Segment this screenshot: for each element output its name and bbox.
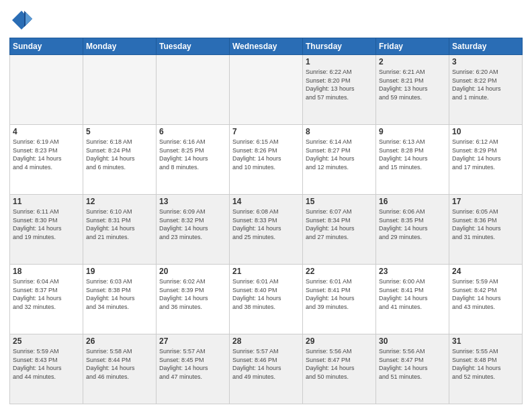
day-number: 27 (159, 336, 226, 346)
day-info: Sunrise: 6:10 AM Sunset: 8:31 PM Dayligh… (86, 208, 153, 241)
empty-cell (230, 55, 303, 125)
col-header-tuesday: Tuesday (157, 38, 230, 55)
svg-marker-2 (26, 12, 32, 26)
day-info: Sunrise: 6:09 AM Sunset: 8:32 PM Dayligh… (159, 208, 226, 241)
day-cell-25: 25Sunrise: 5:59 AM Sunset: 8:43 PM Dayli… (10, 334, 83, 404)
day-number: 14 (232, 197, 300, 206)
day-cell-20: 20Sunrise: 6:02 AM Sunset: 8:39 PM Dayli… (157, 265, 230, 334)
day-cell-1: 1Sunrise: 6:22 AM Sunset: 8:20 PM Daylig… (303, 55, 376, 125)
day-number: 13 (159, 197, 226, 206)
day-number: 17 (452, 197, 519, 206)
day-number: 30 (379, 336, 446, 346)
day-info: Sunrise: 6:01 AM Sunset: 8:41 PM Dayligh… (306, 277, 373, 311)
day-cell-6: 6Sunrise: 6:16 AM Sunset: 8:25 PM Daylig… (157, 125, 230, 195)
page: SundayMondayTuesdayWednesdayThursdayFrid… (0, 0, 532, 411)
day-cell-10: 10Sunrise: 6:12 AM Sunset: 8:29 PM Dayli… (449, 125, 523, 195)
day-info: Sunrise: 6:22 AM Sunset: 8:20 PM Dayligh… (306, 68, 373, 101)
week-row-1: 4Sunrise: 6:19 AM Sunset: 8:23 PM Daylig… (10, 125, 523, 195)
day-info: Sunrise: 6:03 AM Sunset: 8:38 PM Dayligh… (86, 277, 153, 311)
day-number: 26 (86, 336, 153, 346)
day-cell-4: 4Sunrise: 6:19 AM Sunset: 8:23 PM Daylig… (10, 125, 83, 195)
day-info: Sunrise: 5:55 AM Sunset: 8:48 PM Dayligh… (452, 347, 519, 381)
day-info: Sunrise: 6:06 AM Sunset: 8:35 PM Dayligh… (379, 208, 446, 241)
day-number: 9 (379, 127, 446, 136)
day-cell-14: 14Sunrise: 6:08 AM Sunset: 8:33 PM Dayli… (230, 195, 303, 265)
day-number: 1 (306, 57, 373, 66)
day-number: 3 (452, 57, 519, 66)
day-info: Sunrise: 6:14 AM Sunset: 8:27 PM Dayligh… (306, 138, 373, 171)
day-cell-23: 23Sunrise: 6:00 AM Sunset: 8:41 PM Dayli… (376, 265, 449, 334)
day-number: 22 (306, 267, 373, 276)
day-info: Sunrise: 6:13 AM Sunset: 8:28 PM Dayligh… (379, 138, 446, 171)
day-cell-11: 11Sunrise: 6:11 AM Sunset: 8:30 PM Dayli… (10, 195, 83, 265)
header (9, 8, 523, 32)
day-number: 21 (232, 267, 300, 276)
day-info: Sunrise: 6:19 AM Sunset: 8:23 PM Dayligh… (13, 138, 80, 171)
day-info: Sunrise: 6:11 AM Sunset: 8:30 PM Dayligh… (13, 208, 80, 241)
day-number: 6 (159, 127, 226, 136)
day-info: Sunrise: 6:21 AM Sunset: 8:21 PM Dayligh… (379, 68, 446, 101)
day-info: Sunrise: 6:02 AM Sunset: 8:39 PM Dayligh… (159, 277, 226, 311)
day-info: Sunrise: 5:56 AM Sunset: 8:47 PM Dayligh… (379, 347, 446, 381)
day-info: Sunrise: 6:20 AM Sunset: 8:22 PM Dayligh… (452, 68, 519, 101)
day-number: 15 (306, 197, 373, 206)
day-info: Sunrise: 6:07 AM Sunset: 8:34 PM Dayligh… (306, 208, 373, 241)
empty-cell (10, 55, 83, 125)
day-info: Sunrise: 5:57 AM Sunset: 8:45 PM Dayligh… (159, 347, 226, 381)
day-cell-9: 9Sunrise: 6:13 AM Sunset: 8:28 PM Daylig… (376, 125, 449, 195)
header-row: SundayMondayTuesdayWednesdayThursdayFrid… (10, 38, 523, 55)
col-header-sunday: Sunday (10, 38, 83, 55)
day-cell-31: 31Sunrise: 5:55 AM Sunset: 8:48 PM Dayli… (449, 334, 523, 404)
day-number: 5 (86, 127, 153, 136)
week-row-4: 25Sunrise: 5:59 AM Sunset: 8:43 PM Dayli… (10, 334, 523, 404)
day-number: 11 (13, 197, 80, 206)
day-cell-8: 8Sunrise: 6:14 AM Sunset: 8:27 PM Daylig… (303, 125, 376, 195)
col-header-saturday: Saturday (449, 38, 523, 55)
calendar-table: SundayMondayTuesdayWednesdayThursdayFrid… (9, 38, 523, 404)
day-number: 2 (379, 57, 446, 66)
week-row-0: 1Sunrise: 6:22 AM Sunset: 8:20 PM Daylig… (10, 55, 523, 125)
day-number: 20 (159, 267, 226, 276)
day-number: 31 (452, 336, 519, 346)
day-number: 19 (86, 267, 153, 276)
day-cell-3: 3Sunrise: 6:20 AM Sunset: 8:22 PM Daylig… (449, 55, 523, 125)
day-number: 10 (452, 127, 519, 136)
day-info: Sunrise: 6:16 AM Sunset: 8:25 PM Dayligh… (159, 138, 226, 171)
day-number: 23 (379, 267, 446, 276)
week-row-2: 11Sunrise: 6:11 AM Sunset: 8:30 PM Dayli… (10, 195, 523, 265)
day-info: Sunrise: 5:57 AM Sunset: 8:46 PM Dayligh… (232, 347, 300, 381)
day-info: Sunrise: 6:05 AM Sunset: 8:36 PM Dayligh… (452, 208, 519, 241)
day-cell-7: 7Sunrise: 6:15 AM Sunset: 8:26 PM Daylig… (230, 125, 303, 195)
day-cell-27: 27Sunrise: 5:57 AM Sunset: 8:45 PM Dayli… (157, 334, 230, 404)
day-info: Sunrise: 6:01 AM Sunset: 8:40 PM Dayligh… (232, 277, 300, 311)
day-info: Sunrise: 5:56 AM Sunset: 8:47 PM Dayligh… (306, 347, 373, 381)
day-cell-13: 13Sunrise: 6:09 AM Sunset: 8:32 PM Dayli… (157, 195, 230, 265)
empty-cell (157, 55, 230, 125)
logo-icon (9, 8, 34, 32)
col-header-thursday: Thursday (303, 38, 376, 55)
day-cell-19: 19Sunrise: 6:03 AM Sunset: 8:38 PM Dayli… (83, 265, 157, 334)
day-cell-29: 29Sunrise: 5:56 AM Sunset: 8:47 PM Dayli… (303, 334, 376, 404)
col-header-friday: Friday (376, 38, 449, 55)
week-row-3: 18Sunrise: 6:04 AM Sunset: 8:37 PM Dayli… (10, 265, 523, 334)
day-number: 7 (232, 127, 300, 136)
col-header-wednesday: Wednesday (230, 38, 303, 55)
day-info: Sunrise: 6:18 AM Sunset: 8:24 PM Dayligh… (86, 138, 153, 171)
day-cell-30: 30Sunrise: 5:56 AM Sunset: 8:47 PM Dayli… (376, 334, 449, 404)
day-info: Sunrise: 6:00 AM Sunset: 8:41 PM Dayligh… (379, 277, 446, 311)
day-cell-16: 16Sunrise: 6:06 AM Sunset: 8:35 PM Dayli… (376, 195, 449, 265)
day-info: Sunrise: 6:08 AM Sunset: 8:33 PM Dayligh… (232, 208, 300, 241)
day-info: Sunrise: 5:59 AM Sunset: 8:43 PM Dayligh… (13, 347, 80, 381)
day-info: Sunrise: 6:12 AM Sunset: 8:29 PM Dayligh… (452, 138, 519, 171)
col-header-monday: Monday (83, 38, 157, 55)
day-number: 8 (306, 127, 373, 136)
day-number: 4 (13, 127, 80, 136)
day-cell-26: 26Sunrise: 5:58 AM Sunset: 8:44 PM Dayli… (83, 334, 157, 404)
day-number: 25 (13, 336, 80, 346)
day-cell-21: 21Sunrise: 6:01 AM Sunset: 8:40 PM Dayli… (230, 265, 303, 334)
day-cell-12: 12Sunrise: 6:10 AM Sunset: 8:31 PM Dayli… (83, 195, 157, 265)
day-info: Sunrise: 6:15 AM Sunset: 8:26 PM Dayligh… (232, 138, 300, 171)
day-cell-28: 28Sunrise: 5:57 AM Sunset: 8:46 PM Dayli… (230, 334, 303, 404)
day-cell-5: 5Sunrise: 6:18 AM Sunset: 8:24 PM Daylig… (83, 125, 157, 195)
day-cell-2: 2Sunrise: 6:21 AM Sunset: 8:21 PM Daylig… (376, 55, 449, 125)
